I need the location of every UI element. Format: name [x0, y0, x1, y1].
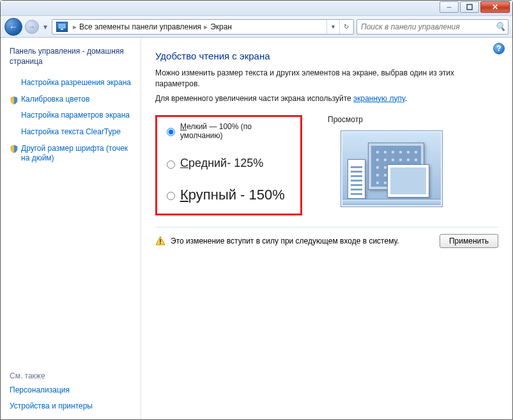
- sidebar-link-label: Настройка параметров экрана: [21, 111, 130, 120]
- control-panel-home-link[interactable]: Панель управления - домашняя страница: [10, 47, 137, 66]
- search-bar[interactable]: 🔍: [356, 19, 509, 35]
- radio-large-label[interactable]: Крупный - 150%: [180, 187, 285, 203]
- description-line2: Для временного увеличения части экрана и…: [155, 93, 498, 104]
- size-options-group: Мелкий — 100% (по умолчанию) Средний- 12…: [155, 115, 302, 215]
- page-heading: Удобство чтения с экрана: [155, 51, 498, 61]
- svg-rect-4: [160, 243, 161, 244]
- desc-text: .: [405, 94, 407, 103]
- titlebar: ─ ✕: [1, 1, 512, 16]
- notice-text: Это изменение вступит в силу при следующ…: [171, 237, 399, 245]
- sidebar-link-resolution[interactable]: Настройка разрешения экрана: [10, 78, 137, 88]
- help-icon: ?: [496, 44, 501, 53]
- sidebar-link-display-params[interactable]: Настройка параметров экрана: [10, 111, 137, 121]
- main-pane: ? Удобство чтения с экрана Можно изменит…: [141, 38, 512, 419]
- content-area: Панель управления - домашняя страница На…: [1, 38, 512, 419]
- breadcrumb-leaf[interactable]: Экран: [210, 22, 232, 31]
- maximize-button[interactable]: [460, 1, 479, 13]
- arrow-left-icon: ←: [9, 22, 18, 32]
- shield-icon: [10, 96, 19, 104]
- sidebar: Панель управления - домашняя страница На…: [1, 38, 141, 419]
- radio-small-label[interactable]: Мелкий — 100% (по умолчанию): [180, 122, 291, 140]
- sidebar-link-cleartype[interactable]: Настройка текста ClearType: [10, 127, 137, 137]
- address-bar[interactable]: ▸ Все элементы панели управления ▸ Экран…: [52, 19, 354, 35]
- chevron-down-icon: ▾: [43, 22, 47, 31]
- radio-large[interactable]: [167, 192, 175, 200]
- search-input[interactable]: [360, 22, 493, 32]
- sidebar-link-custom-dpi[interactable]: Другой размер шрифта (точек на дюйм): [10, 144, 137, 164]
- divider: [155, 227, 498, 228]
- sidebar-link-personalization[interactable]: Персонализация: [10, 385, 137, 396]
- sidebar-link-calibrate[interactable]: Калибровка цветов: [10, 95, 137, 105]
- search-icon[interactable]: 🔍: [495, 22, 505, 31]
- sidebar-link-label: Другой размер шрифта (точек на дюйм): [21, 144, 128, 163]
- sidebar-link-label: Настройка разрешения экрана: [21, 78, 131, 87]
- display-icon: [56, 22, 68, 32]
- desc-text: Для временного увеличения части экрана и…: [155, 94, 353, 103]
- bullet-icon: [10, 112, 19, 120]
- navbar: ← → ▾ ▸ Все элементы панели управления ▸…: [1, 16, 512, 38]
- radio-small[interactable]: [167, 128, 175, 136]
- help-button[interactable]: ?: [493, 43, 505, 54]
- bullet-icon: [10, 128, 19, 136]
- breadcrumb-sep-icon: ▸: [201, 22, 210, 31]
- preview-label: Просмотр: [328, 115, 498, 124]
- preview-image: [341, 130, 443, 207]
- close-icon: ✕: [492, 3, 498, 12]
- preview-taskbar-icon: [342, 199, 441, 205]
- svg-rect-0: [467, 4, 472, 10]
- refresh-button[interactable]: ↻: [339, 20, 352, 34]
- magnifier-link[interactable]: экранную лупу: [353, 94, 405, 103]
- description-line1: Можно изменить размер текста и других эл…: [155, 68, 498, 89]
- nav-back-button[interactable]: ←: [4, 18, 22, 36]
- preview-window-icon: [387, 164, 429, 198]
- nav-forward-button[interactable]: →: [25, 20, 39, 34]
- svg-rect-2: [61, 29, 63, 30]
- radio-medium[interactable]: [167, 160, 175, 169]
- bullet-icon: [10, 79, 19, 87]
- sidebar-link-label: Калибровка цветов: [21, 95, 89, 104]
- shield-icon: [10, 144, 19, 152]
- sidebar-link-devices-printers[interactable]: Устройства и принтеры: [10, 401, 137, 412]
- breadcrumb-root[interactable]: Все элементы панели управления: [79, 22, 201, 31]
- sidebar-link-label: Настройка текста ClearType: [21, 127, 121, 136]
- apply-button[interactable]: Применить: [440, 234, 498, 248]
- svg-rect-1: [59, 24, 65, 28]
- minimize-button[interactable]: ─: [440, 1, 459, 13]
- nav-history-dropdown[interactable]: ▾: [42, 20, 49, 34]
- preview-window-icon: [348, 159, 365, 199]
- radio-medium-label[interactable]: Средний- 125%: [180, 157, 263, 170]
- svg-rect-3: [160, 239, 161, 242]
- see-also-heading: См. также: [10, 371, 137, 380]
- arrow-right-icon: →: [29, 23, 36, 31]
- maximize-icon: [466, 4, 473, 10]
- warning-icon: [155, 236, 165, 246]
- minimize-icon: ─: [447, 4, 451, 11]
- chevron-down-icon: ▾: [332, 23, 335, 30]
- control-panel-window: ─ ✕ ← → ▾ ▸ Все элементы панели управлен…: [0, 0, 513, 420]
- close-button[interactable]: ✕: [480, 1, 510, 13]
- breadcrumb-sep-icon: ▸: [70, 22, 79, 31]
- refresh-icon: ↻: [344, 23, 349, 30]
- address-dropdown-button[interactable]: ▾: [326, 20, 339, 34]
